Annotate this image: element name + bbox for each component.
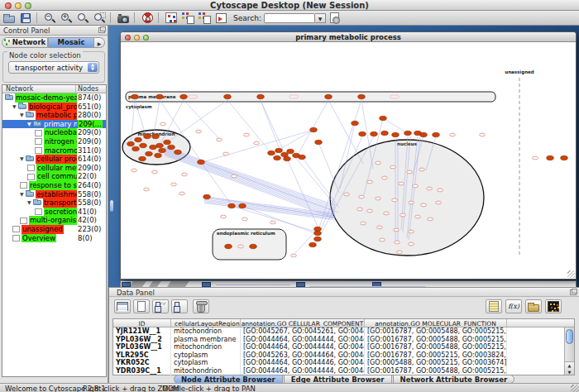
search-config-button[interactable] xyxy=(328,12,342,25)
tree-row-label[interactable]: cellular metabo xyxy=(36,164,77,173)
graph-node[interactable] xyxy=(198,160,205,164)
graph-node-small[interactable] xyxy=(397,251,403,254)
graph-node-small[interactable] xyxy=(232,174,237,178)
graph-node[interactable] xyxy=(358,94,366,98)
table-cell[interactable]: YKR052C xyxy=(113,359,171,367)
delete-attribute-button[interactable] xyxy=(193,299,209,313)
expander-icon[interactable]: ▼ xyxy=(20,111,26,120)
heatmap-button[interactable] xyxy=(545,299,562,313)
graph-node[interactable] xyxy=(144,134,151,138)
float-panel-icon[interactable] xyxy=(98,27,105,33)
zoom-selected-button[interactable] xyxy=(75,12,90,25)
graph-node-small[interactable] xyxy=(367,209,373,213)
tree-row-label[interactable]: transport xyxy=(43,198,77,208)
graph-node[interactable] xyxy=(287,149,294,153)
graph-node[interactable] xyxy=(135,137,142,141)
save-session-button[interactable] xyxy=(18,12,33,25)
table-cell[interactable]: [GO:0016787, GO:0005488, GO:0005215, G..… xyxy=(365,343,507,351)
graph-node-small[interactable] xyxy=(361,222,366,225)
attribute-table-button[interactable] xyxy=(114,299,131,313)
table-cell[interactable]: [GO:0044464, GO:0044444, GO:0044425, G..… xyxy=(241,343,365,351)
graph-node-small[interactable] xyxy=(427,187,433,190)
unselect-attributes-button[interactable] xyxy=(171,299,188,313)
graph-node[interactable] xyxy=(146,151,153,155)
search-input[interactable] xyxy=(264,13,315,23)
graph-node[interactable] xyxy=(380,116,387,120)
graph-node[interactable] xyxy=(257,94,265,98)
tree-row[interactable]: response to stimul264(0) xyxy=(2,181,106,190)
graph-node[interactable] xyxy=(547,155,554,160)
table-scroll-thumb[interactable] xyxy=(566,329,573,344)
table-cell[interactable]: [GO:0045267, GO:0045261, GO:0044464, G..… xyxy=(241,327,365,336)
graph-node[interactable] xyxy=(140,143,147,147)
graph-node-small[interactable] xyxy=(291,254,297,257)
graph-node-small[interactable] xyxy=(436,201,442,204)
tree-row-label[interactable]: nucleobase- xyxy=(44,128,77,137)
graph-node-small[interactable] xyxy=(409,242,414,246)
graph-node[interactable] xyxy=(127,141,135,146)
tab-network[interactable]: Network xyxy=(2,37,48,48)
graph-node[interactable] xyxy=(561,155,568,160)
graph-node-small[interactable] xyxy=(395,241,400,244)
tree-row[interactable]: ▼cellular process614(0) xyxy=(2,155,106,164)
graph-node[interactable] xyxy=(314,227,322,231)
graph-node[interactable] xyxy=(139,156,146,160)
graph-node[interactable] xyxy=(433,132,440,136)
graph-node-small[interactable] xyxy=(376,161,381,165)
graph-node-small[interactable] xyxy=(171,183,177,186)
table-column-header[interactable]: annotation.GO CELLULAR_COMPONENT xyxy=(241,319,365,327)
tree-row-label[interactable]: macromolecule xyxy=(44,146,77,155)
tree-row-label[interactable]: primary metabo xyxy=(43,120,77,129)
window-titlebar[interactable]: Cytoscape Desktop (New Session) xyxy=(0,0,579,11)
graph-node[interactable] xyxy=(132,94,139,98)
table-column-header[interactable]: ID xyxy=(113,319,171,327)
open-session-button[interactable] xyxy=(2,12,17,25)
search-dropdown-button[interactable]: ▼ xyxy=(315,13,326,23)
tree-row[interactable]: cellular metabo209(0) xyxy=(2,164,106,173)
import-attributes-button[interactable] xyxy=(525,299,542,313)
tree-row[interactable]: ▼biological_process651(0) xyxy=(2,103,106,112)
graph-node[interactable] xyxy=(274,155,281,160)
graph-node-small[interactable] xyxy=(533,156,538,160)
graph-node[interactable] xyxy=(275,148,283,152)
tree-row[interactable]: mosaic-demo-yeast874(0) xyxy=(2,93,106,103)
table-cell[interactable]: YPL036W__1 xyxy=(113,343,171,351)
graph-node[interactable] xyxy=(239,203,246,208)
graph-node[interactable] xyxy=(250,244,257,248)
graph-node-small[interactable] xyxy=(217,138,223,141)
expander-icon[interactable]: ▼ xyxy=(20,155,26,164)
graph-node-small[interactable] xyxy=(144,188,150,191)
graph-node-small[interactable] xyxy=(160,122,166,126)
graph-node-small[interactable] xyxy=(132,169,137,172)
tree-row[interactable]: macromolecule311(0) xyxy=(2,146,106,155)
graph-node-small[interactable] xyxy=(223,152,229,155)
graph-node-small[interactable] xyxy=(384,212,390,215)
network-window-titlebar[interactable]: primary metabolic process xyxy=(121,32,576,42)
graph-node[interactable] xyxy=(132,146,140,151)
table-cell[interactable]: cytoplasm xyxy=(171,359,241,367)
tree-row[interactable]: ▼primary metabo209(... xyxy=(2,120,106,129)
table-scroll-buttons[interactable]: ▲▼ xyxy=(565,361,574,375)
graph-node-small[interactable] xyxy=(254,141,260,145)
snapshot-button[interactable] xyxy=(116,12,131,25)
table-cell[interactable]: YPL036W__2 xyxy=(113,336,171,344)
background-scroll-thumb[interactable] xyxy=(109,199,114,213)
graph-node[interactable] xyxy=(281,152,289,156)
tree-row[interactable]: ▼metabolic process280(0) xyxy=(2,111,106,120)
graph-node-small[interactable] xyxy=(380,238,385,241)
graph-node-small[interactable] xyxy=(394,228,400,232)
graph-node-small[interactable] xyxy=(407,170,413,174)
table-cell[interactable]: YLR295C xyxy=(113,351,171,360)
graph-node[interactable] xyxy=(168,145,175,149)
tree-row[interactable]: cell communica22(0) xyxy=(2,172,106,181)
layout-network-button-a[interactable] xyxy=(180,12,195,25)
graph-node-small[interactable] xyxy=(196,130,202,133)
graph-node[interactable] xyxy=(392,132,400,136)
table-column-header[interactable]: _cellularLayoutRegion xyxy=(171,319,241,327)
graph-node-small[interactable] xyxy=(244,133,250,136)
tree-header[interactable]: Network Nodes xyxy=(2,85,106,93)
tree-row-label[interactable]: establishment of lo xyxy=(36,190,77,199)
graph-node-small[interactable] xyxy=(182,173,188,176)
float-panel-icon[interactable] xyxy=(570,289,577,295)
table-cell[interactable]: mitochondrion xyxy=(171,327,241,336)
